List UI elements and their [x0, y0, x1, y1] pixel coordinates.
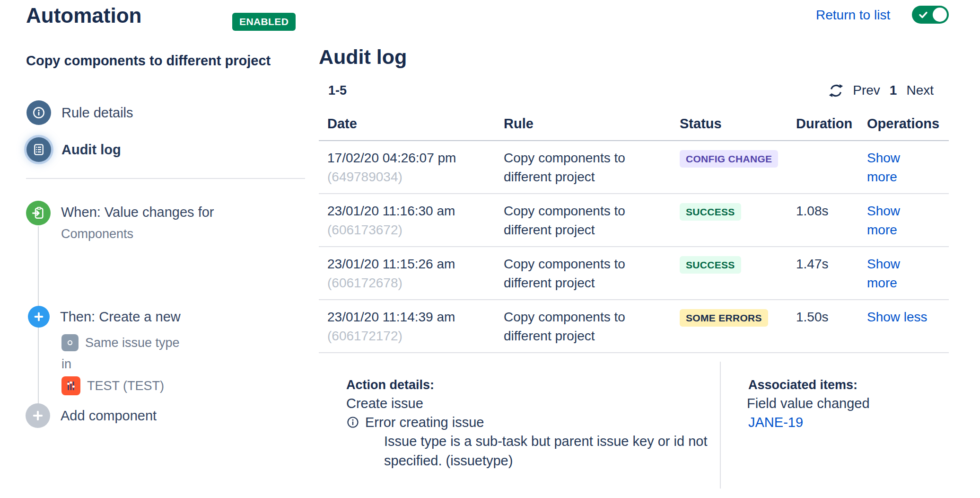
plus-icon	[28, 306, 50, 328]
rule-enabled-toggle[interactable]	[912, 6, 949, 24]
trigger-clipboard-icon	[26, 201, 51, 225]
table-row: 17/02/20 04:26:07 pm (649789034) Copy co…	[319, 141, 949, 194]
pagination-next[interactable]: Next	[906, 83, 934, 98]
page-title: Automation	[26, 4, 141, 27]
action-details-title: Action details:	[346, 376, 710, 394]
result-range: 1-5	[328, 83, 347, 98]
audit-log-title: Audit log	[319, 45, 949, 69]
sidebar-item-label: Rule details	[61, 105, 133, 121]
cell-rule: Copy components to different project	[504, 202, 680, 240]
pagination: Prev 1 Next	[829, 83, 934, 98]
execution-id: (606172678)	[327, 274, 504, 293]
pagination-prev[interactable]: Prev	[853, 83, 880, 98]
col-header-duration: Duration	[796, 116, 867, 132]
show-less-link[interactable]: Show less	[867, 308, 928, 327]
error-message: Issue type is a sub-task but parent issu…	[384, 432, 710, 471]
table-row: 23/01/20 11:15:26 am (606172678) Copy co…	[319, 247, 949, 300]
status-badge: CONFIG CHANGE	[680, 150, 778, 168]
plus-icon	[26, 403, 50, 428]
show-more-link[interactable]: Show more	[867, 149, 924, 187]
refresh-icon[interactable]	[829, 83, 843, 98]
status-badge: SOME ERRORS	[680, 309, 768, 327]
status-badge: SUCCESS	[680, 256, 741, 274]
trigger-title: When: Value changes for	[61, 205, 214, 220]
execution-id: (606173672)	[327, 221, 504, 240]
col-header-status: Status	[680, 116, 796, 132]
add-component-button[interactable]: Add component	[26, 403, 157, 428]
cell-date: 17/02/20 04:26:07 pm (649789034)	[319, 149, 504, 187]
associated-items-section: Associated items: Field value changed JA…	[747, 376, 870, 432]
cell-duration: 1.50s	[796, 308, 867, 327]
col-header-operations: Operations	[867, 116, 949, 132]
enabled-status-badge: ENABLED	[232, 13, 296, 31]
action-preposition: in	[61, 357, 181, 372]
cell-duration: 1.47s	[796, 255, 867, 274]
toggle-knob	[933, 8, 947, 22]
action-name: Create issue	[346, 394, 710, 413]
associated-items-title: Associated items:	[748, 376, 870, 394]
sidebar-item-audit-log[interactable]: Audit log	[26, 137, 121, 162]
return-to-list-link[interactable]: Return to list	[816, 8, 890, 23]
cell-rule: Copy components to different project	[504, 149, 680, 187]
list-icon	[26, 137, 51, 162]
cell-date: 23/01/20 11:14:39 am (606172172)	[319, 308, 504, 346]
issue-type-icon	[61, 334, 79, 351]
pagination-page-1[interactable]: 1	[890, 83, 897, 98]
associated-event: Field value changed	[747, 394, 870, 413]
sidebar-divider	[26, 178, 305, 179]
action-step-then[interactable]: Then: Create a new Same issue type in TE…	[28, 306, 181, 395]
audit-log-panel: Audit log 1-5 Prev 1 Next Date Rule	[319, 45, 949, 490]
action-details-section: Action details: Create issue Error creat…	[346, 376, 710, 471]
table-row: 23/01/20 11:16:30 am (606173672) Copy co…	[319, 194, 949, 247]
show-more-link[interactable]: Show more	[867, 255, 924, 293]
show-more-link[interactable]: Show more	[867, 202, 924, 240]
error-title: Error creating issue	[365, 413, 484, 432]
action-title: Then: Create a new	[60, 309, 181, 325]
check-icon	[918, 9, 929, 20]
action-project: TEST (TEST)	[87, 379, 164, 393]
project-avatar-sliders-icon	[61, 376, 80, 395]
sidebar-item-rule-details[interactable]: Rule details	[26, 100, 133, 125]
rule-name: Copy components to different project	[26, 53, 291, 69]
action-issue-type: Same issue type	[85, 336, 180, 350]
cell-date: 23/01/20 11:16:30 am (606173672)	[319, 202, 504, 240]
trigger-subtitle: Components	[61, 227, 214, 241]
info-icon	[26, 100, 51, 125]
cell-rule: Copy components to different project	[504, 255, 680, 293]
table-header-row: Date Rule Status Duration Operations	[319, 116, 949, 141]
cell-duration: 1.08s	[796, 202, 867, 221]
execution-id: (649789034)	[327, 168, 504, 187]
audit-log-table: Date Rule Status Duration Operations 17/…	[319, 116, 949, 353]
trigger-step-when[interactable]: When: Value changes for Components	[26, 201, 214, 241]
cell-rule: Copy components to different project	[504, 308, 680, 346]
table-row: 23/01/20 11:14:39 am (606172172) Copy co…	[319, 300, 949, 353]
col-header-rule: Rule	[504, 116, 680, 132]
associated-issue-link[interactable]: JANE-19	[748, 413, 803, 432]
add-component-label: Add component	[61, 408, 157, 424]
status-badge: SUCCESS	[680, 203, 741, 221]
cell-date: 23/01/20 11:15:26 am (606172678)	[319, 255, 504, 293]
info-circle-icon	[346, 416, 359, 429]
sidebar-item-label: Audit log	[61, 142, 121, 158]
expanded-row-details: Action details: Create issue Error creat…	[319, 353, 949, 490]
col-header-date: Date	[319, 116, 504, 132]
execution-id: (606172172)	[327, 327, 504, 346]
details-divider	[720, 362, 721, 489]
